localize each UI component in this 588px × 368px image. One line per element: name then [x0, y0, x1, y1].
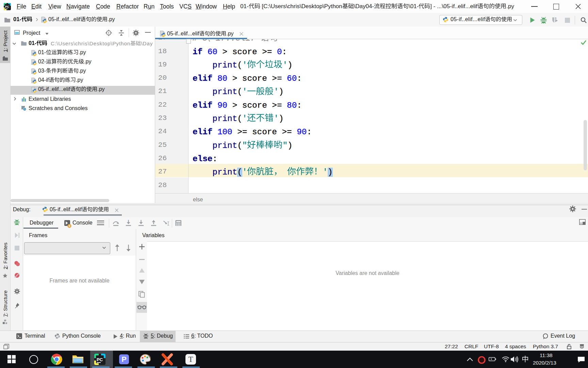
svg-text:PC: PC [5, 5, 9, 9]
svg-text:PC: PC [97, 357, 103, 362]
